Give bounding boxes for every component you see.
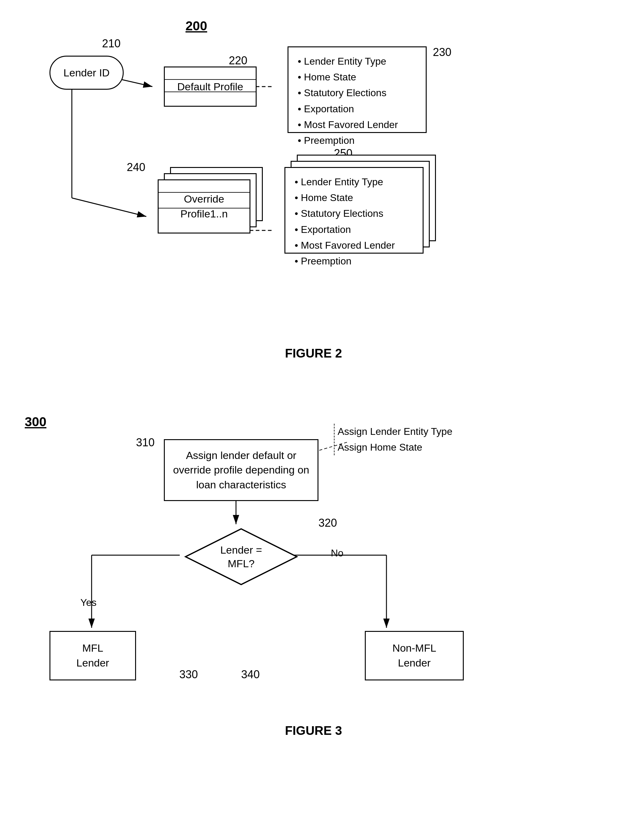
override-profile-stack: OverrideProfile1..n xyxy=(158,167,266,254)
non-mfl-lender-box: Non-MFLLender xyxy=(365,631,464,681)
yes-label: Yes xyxy=(80,597,96,608)
svg-marker-13 xyxy=(186,529,297,585)
ref-230: 230 xyxy=(433,46,451,59)
override-front-box: OverrideProfile1..n xyxy=(158,180,250,233)
prop-250-2: • Home State xyxy=(295,190,413,206)
figure2-area: 210 200 Lender ID 220 Default Profile 23… xyxy=(25,19,602,390)
ref-240: 240 xyxy=(127,161,145,174)
lender-id-label: Lender ID xyxy=(63,67,109,79)
diamond-svg xyxy=(183,526,300,588)
entity-note-line1: Assign Lender Entity Type xyxy=(338,424,452,440)
ref-210: 210 xyxy=(102,37,121,50)
entity-note: Assign Lender Entity Type Assign Home St… xyxy=(334,424,452,455)
prop-230-1: • Lender Entity Type xyxy=(298,54,416,69)
prop-250-5: • Most Favored Lender xyxy=(295,238,413,253)
props-box-250-stack: • Lender Entity Type • Home State • Stat… xyxy=(284,154,439,266)
assign-lender-box: Assign lender default or override profil… xyxy=(164,439,318,501)
ref-220: 220 xyxy=(229,54,247,67)
non-mfl-lender-label: Non-MFLLender xyxy=(392,641,436,670)
fig3-title: 300 xyxy=(25,414,46,429)
lender-id-box: Lender ID xyxy=(49,56,124,90)
prop-230-6: • Preemption xyxy=(298,133,416,148)
assign-box-text: Assign lender default or override profil… xyxy=(171,448,311,492)
diamond-container: Lender = MFL? xyxy=(183,526,300,588)
prop-250-3: • Statutory Elections xyxy=(295,206,413,221)
prop-230-2: • Home State xyxy=(298,69,416,85)
prop-230-4: • Exportation xyxy=(298,101,416,117)
figure2-caption: FIGURE 2 xyxy=(25,347,602,360)
figure3-area: 300 310 Assign lender default or overrid… xyxy=(25,414,602,840)
ref-330: 330 xyxy=(179,668,198,681)
props-box-230: • Lender Entity Type • Home State • Stat… xyxy=(288,46,427,133)
svg-line-2 xyxy=(72,198,146,216)
no-label: No xyxy=(331,547,343,559)
prop-250-1: • Lender Entity Type xyxy=(295,174,413,190)
figure3-caption: FIGURE 3 xyxy=(25,724,602,738)
fig2-title: 200 xyxy=(186,19,207,33)
mfl-lender-label: MFLLender xyxy=(76,641,109,670)
prop-250-4: • Exportation xyxy=(295,222,413,238)
mfl-lender-box: MFLLender xyxy=(49,631,136,681)
prop-230-3: • Statutory Elections xyxy=(298,85,416,101)
props-front-250: • Lender Entity Type • Home State • Stat… xyxy=(284,167,424,254)
ref-340: 340 xyxy=(241,668,260,681)
default-profile-box: Default Profile xyxy=(164,66,257,107)
entity-note-line2: Assign Home State xyxy=(338,440,452,455)
ref-320: 320 xyxy=(318,517,337,530)
ref-310: 310 xyxy=(136,436,154,449)
prop-250-6: • Preemption xyxy=(295,253,413,269)
default-profile-label: Default Profile xyxy=(177,81,243,93)
prop-230-5: • Most Favored Lender xyxy=(298,117,416,133)
